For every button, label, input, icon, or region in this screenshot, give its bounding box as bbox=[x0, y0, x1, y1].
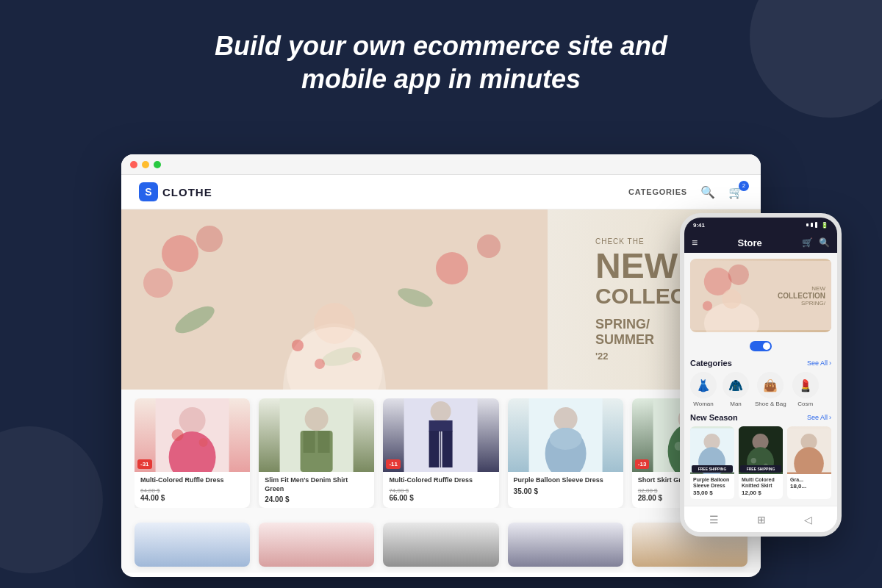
product-new-price-4: 35.00 $ bbox=[514, 487, 617, 495]
cart-badge: 2 bbox=[739, 181, 749, 191]
product-card-6[interactable] bbox=[135, 523, 250, 567]
svg-point-32 bbox=[553, 407, 577, 431]
product-name-3: Multi-Colored Ruffle Dress bbox=[389, 476, 492, 485]
phone-category-cosm[interactable]: 💄 Cosm bbox=[792, 372, 819, 407]
svg-rect-23 bbox=[304, 431, 315, 453]
phone-cart-icon[interactable]: 🛒 bbox=[802, 237, 813, 248]
phone-product-name-1: Purple Balloon Sleeve Dress bbox=[693, 477, 731, 490]
svg-point-18 bbox=[172, 429, 184, 441]
phone-product-image-2: FREE SHIPPING bbox=[739, 426, 783, 474]
svg-rect-24 bbox=[318, 431, 330, 453]
phone-product-info-3: Gra... 18,0... bbox=[787, 474, 831, 492]
svg-point-3 bbox=[143, 268, 173, 298]
svg-point-13 bbox=[352, 352, 361, 361]
product-card-4[interactable]: Purple Balloon Sleeve Dress 35.00 $ bbox=[508, 398, 623, 508]
site-logo[interactable]: S CLOTHE bbox=[139, 182, 212, 201]
phone-nav-back-icon[interactable]: ◁ bbox=[804, 514, 812, 526]
phone-product-price-3: 18,0... bbox=[790, 483, 828, 490]
product-new-price-3: 66.00 $ bbox=[389, 494, 492, 502]
svg-point-16 bbox=[179, 407, 206, 434]
product-card-8[interactable] bbox=[383, 523, 498, 567]
svg-point-26 bbox=[431, 401, 451, 422]
browser-minimize-button[interactable] bbox=[142, 161, 149, 168]
browser-close-button[interactable] bbox=[130, 161, 137, 168]
browser-window: S CLOTHE CATEGORIES 🔍 🛒 2 bbox=[121, 154, 761, 577]
phone-product-info-2: Multi Colored Knitted Skirt 12,00 $ bbox=[739, 474, 783, 499]
product-info-3: Multi-Colored Ruffle Dress 74,00 $ 66.00… bbox=[383, 472, 498, 506]
phone-status-icons: 🔋 bbox=[806, 222, 828, 229]
sale-badge-1: -31 bbox=[137, 459, 152, 469]
product-card-2[interactable]: Slim Fit Men's Denim Shirt Green 24.00 $ bbox=[259, 398, 374, 508]
bg-decoration-bottom bbox=[0, 426, 103, 573]
phone-product-3[interactable]: Gra... 18,0... bbox=[787, 426, 831, 499]
product-card-3[interactable]: -11 Multi-Colored Ruffle Dress 74,00 $ 6… bbox=[383, 398, 498, 508]
browser-toolbar bbox=[121, 154, 761, 175]
svg-point-12 bbox=[292, 340, 304, 351]
svg-point-21 bbox=[305, 407, 329, 431]
phone-toggle[interactable] bbox=[750, 341, 772, 351]
battery-icon: 🔋 bbox=[821, 222, 828, 229]
product-new-price-1: 44.00 $ bbox=[140, 494, 244, 502]
phone-app-body: NEW COLLECTION SPRING/ Categories See Al… bbox=[684, 253, 837, 526]
phone-nav-grid-icon[interactable]: ⊞ bbox=[757, 514, 766, 526]
site-content: S CLOTHE CATEGORIES 🔍 🛒 2 bbox=[121, 175, 761, 577]
sale-badge-3: -11 bbox=[386, 459, 401, 469]
phone-time: 9:41 bbox=[693, 222, 705, 229]
product-info-1: Multi-Colored Ruffle Dress 64,00 $ 44.00… bbox=[135, 472, 250, 506]
signal-bar-3 bbox=[815, 222, 817, 228]
phone-product-name-2: Multi Colored Knitted Skirt bbox=[742, 477, 780, 490]
logo-icon: S bbox=[139, 182, 158, 201]
svg-rect-27 bbox=[429, 420, 453, 431]
phone-product-image-1: FREE SHIPPING bbox=[690, 426, 734, 474]
phone-product-info-1: Purple Balloon Sleeve Dress 35,00 $ bbox=[690, 474, 734, 499]
svg-point-19 bbox=[199, 438, 208, 447]
phone-product-2[interactable]: FREE SHIPPING Multi Colored Knitted Skir… bbox=[739, 426, 783, 499]
phone-search-icon[interactable]: 🔍 bbox=[819, 237, 830, 248]
phone-toggle-area bbox=[684, 338, 837, 354]
product-card-1[interactable]: -31 Multi-Colored Ruffle Dress 64,00 $ 4… bbox=[135, 398, 250, 508]
phone-hero-banner: NEW COLLECTION SPRING/ bbox=[690, 259, 831, 332]
phone-categories-section: Categories See All › 👗 Woman 🧥 Man 👜 Sho bbox=[684, 354, 837, 410]
search-icon[interactable]: 🔍 bbox=[700, 185, 715, 199]
svg-point-43 bbox=[728, 265, 749, 285]
product-new-price-2: 24.00 $ bbox=[265, 495, 368, 503]
phone-app-header: ≡ Store 🛒 🔍 bbox=[684, 232, 837, 253]
cart-icon[interactable]: 🛒 2 bbox=[728, 185, 743, 199]
phone-cat-icon-man: 🧥 bbox=[723, 372, 749, 398]
product-card-9[interactable] bbox=[508, 523, 623, 567]
product-card-7[interactable] bbox=[259, 523, 374, 567]
logo-text: CLOTHE bbox=[162, 186, 212, 198]
phone-categories-title: Categories bbox=[690, 359, 732, 368]
svg-point-53 bbox=[751, 458, 756, 463]
phone-category-woman[interactable]: 👗 Woman bbox=[690, 372, 717, 407]
phone-toggle-thumb bbox=[763, 343, 770, 350]
svg-point-5 bbox=[477, 234, 501, 258]
phone-store-title: Store bbox=[737, 237, 761, 248]
phone-nav-home-icon[interactable]: ☰ bbox=[709, 514, 719, 526]
phone-new-season-see-all[interactable]: See All › bbox=[807, 414, 831, 421]
phone-cat-label-cosm: Cosm bbox=[797, 401, 813, 407]
phone-product-1[interactable]: FREE SHIPPING Purple Balloon Sleeve Dres… bbox=[690, 426, 734, 499]
browser-maximize-button[interactable] bbox=[154, 161, 161, 168]
product-image-2 bbox=[259, 398, 374, 472]
phone-cat-label-shoe: Shoe & Bag bbox=[755, 401, 786, 407]
phone-categories-grid: 👗 Woman 🧥 Man 👜 Shoe & Bag 💄 Cosm bbox=[690, 372, 831, 407]
phone-menu-icon[interactable]: ≡ bbox=[692, 237, 698, 248]
site-header: S CLOTHE CATEGORIES 🔍 🛒 2 bbox=[121, 175, 761, 209]
phone-cat-label-man: Man bbox=[730, 401, 742, 407]
product-old-price-3: 74,00 $ bbox=[389, 487, 492, 494]
sale-badge-5: -13 bbox=[635, 459, 650, 469]
phone-categories-see-all[interactable]: See All › bbox=[807, 359, 831, 367]
hero-banner: CHECK THE NEW COLLECTION SPRING/ SUMMER … bbox=[121, 209, 761, 390]
phone-categories-header: Categories See All › bbox=[690, 359, 831, 368]
svg-point-4 bbox=[436, 252, 468, 284]
svg-point-2 bbox=[196, 226, 223, 252]
phone-product-name-3: Gra... bbox=[790, 477, 828, 483]
phone-category-man[interactable]: 🧥 Man bbox=[723, 372, 749, 407]
phone-mockup: 9:41 🔋 ≡ Store 🛒 🔍 NEW bbox=[680, 213, 842, 537]
hero-illustration bbox=[121, 209, 548, 390]
product-image-9 bbox=[508, 523, 623, 567]
phone-cat-icon-woman: 👗 bbox=[690, 372, 717, 398]
nav-categories[interactable]: CATEGORIES bbox=[628, 187, 687, 196]
phone-category-shoe[interactable]: 👜 Shoe & Bag bbox=[755, 372, 786, 407]
